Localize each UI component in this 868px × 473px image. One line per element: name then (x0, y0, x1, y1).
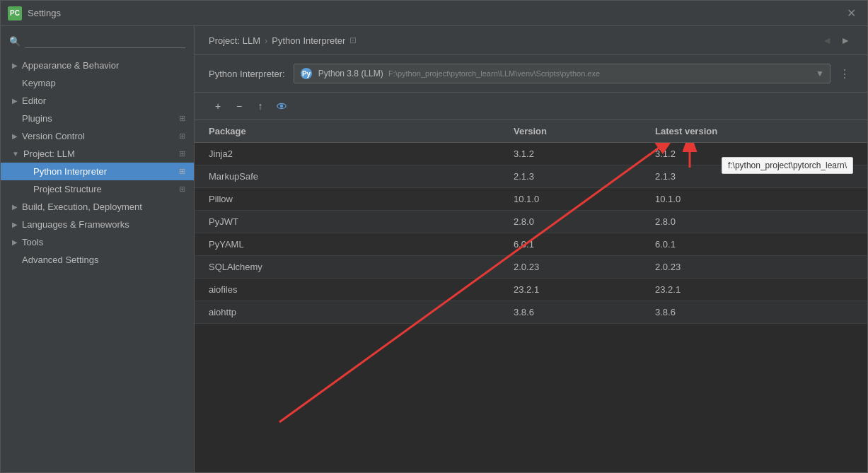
sidebar-item-plugins[interactable]: ▶ Plugins ⊞ (1, 110, 194, 127)
tooltip-overlay: f:\python_project\pytorch_learn\ (722, 157, 853, 174)
eye-icon (277, 100, 287, 112)
table-row[interactable]: PyJWT 2.8.0 2.8.0 (195, 211, 867, 233)
interpreter-more-button[interactable]: ⋮ (836, 66, 853, 82)
package-name: PyJWT (209, 216, 514, 227)
back-arrow[interactable]: ◄ (819, 33, 835, 47)
sidebar: 🔍 ▶ Appearance & Behavior ▶ Keymap ▶ Edi… (1, 26, 195, 472)
main-content: 🔍 ▶ Appearance & Behavior ▶ Keymap ▶ Edi… (1, 26, 867, 472)
sidebar-item-label: Appearance & Behavior (22, 60, 185, 71)
package-name: MarkupSafe (209, 171, 514, 182)
package-latest: 6.0.1 (655, 239, 853, 250)
package-version: 3.1.2 (514, 148, 655, 159)
settings-icon: ⊞ (179, 132, 185, 141)
package-version: 3.8.6 (514, 307, 655, 317)
package-latest: 2.0.23 (655, 262, 853, 272)
chevron-right-icon: ▶ (12, 238, 18, 246)
col-latest: Latest version (655, 126, 853, 136)
chevron-down-icon: ▼ (12, 150, 19, 158)
chevron-right-icon: ▶ (12, 221, 18, 228)
package-name: aiofiles (209, 284, 514, 295)
svg-text:Py: Py (302, 70, 311, 78)
up-button[interactable]: ↑ (251, 97, 270, 115)
package-version: 2.1.3 (514, 171, 655, 182)
breadcrumb-parent[interactable]: Project: LLM (209, 35, 260, 46)
sidebar-item-label: Project Structure (33, 184, 179, 194)
package-latest: 3.8.6 (655, 307, 853, 317)
breadcrumb-separator: › (265, 35, 267, 46)
package-name: SQLAlchemy (209, 262, 514, 272)
search-icon: 🔍 (9, 36, 21, 47)
sidebar-item-editor[interactable]: ▶ Editor (1, 92, 194, 110)
sidebar-item-appearance[interactable]: ▶ Appearance & Behavior (1, 57, 194, 74)
pin-icon: ⊡ (349, 35, 357, 45)
add-package-button[interactable]: + (209, 97, 227, 115)
package-name: PyYAML (209, 239, 514, 250)
sidebar-item-tools[interactable]: ▶ Tools (1, 233, 194, 251)
window-title: Settings (28, 8, 61, 18)
breadcrumb-current: Python Interpreter (272, 35, 345, 46)
col-package: Package (209, 126, 514, 136)
chevron-right-icon: ▶ (12, 132, 18, 140)
settings-icon: ⊞ (179, 149, 185, 158)
interpreter-name: Python 3.8 (LLM) F:\python_project\pytor… (318, 69, 810, 78)
settings-icon: ⊞ (179, 114, 185, 123)
toolbar: + − ↑ (195, 93, 867, 120)
sidebar-item-advanced[interactable]: ▶ Advanced Settings (1, 251, 194, 269)
svg-point-3 (280, 105, 283, 107)
package-latest: 10.1.0 (655, 194, 853, 204)
right-panel: Project: LLM › Python Interpreter ⊡ ◄ ► … (195, 26, 867, 472)
sidebar-item-version-control[interactable]: ▶ Version Control ⊞ (1, 127, 194, 145)
table-header: Package Version Latest version (195, 120, 867, 143)
settings-window: PC Settings ✕ 🔍 ▶ Appearance & Behavior … (0, 0, 868, 473)
interpreter-label: Python Interpreter: (209, 69, 285, 79)
sidebar-item-label: Keymap (22, 78, 185, 88)
chevron-right-icon: ▶ (12, 97, 18, 105)
table-row[interactable]: PyYAML 6.0.1 6.0.1 (195, 233, 867, 256)
package-version: 23.2.1 (514, 284, 655, 295)
sidebar-item-label: Plugins (22, 113, 179, 124)
python-icon: Py (300, 67, 313, 80)
package-version: 10.1.0 (514, 194, 655, 204)
table-row[interactable]: aiohttp 3.8.6 3.8.6 (195, 301, 867, 324)
close-button[interactable]: ✕ (843, 5, 860, 21)
table-row[interactable]: Pillow 10.1.0 10.1.0 (195, 188, 867, 211)
sidebar-item-project-llm[interactable]: ▼ Project: LLM ⊞ (1, 145, 194, 163)
nav-arrows: ◄ ► (819, 33, 853, 47)
package-version: 2.0.23 (514, 262, 655, 272)
col-version: Version (514, 126, 655, 136)
sidebar-item-languages[interactable]: ▶ Languages & Frameworks (1, 216, 194, 233)
remove-package-button[interactable]: − (230, 97, 248, 115)
forward-arrow[interactable]: ► (838, 33, 853, 47)
dropdown-arrow-icon: ▼ (816, 69, 824, 78)
package-version: 6.0.1 (514, 239, 655, 250)
sidebar-item-label: Project: LLM (23, 148, 179, 159)
sidebar-item-label: Advanced Settings (22, 255, 185, 265)
sidebar-item-label: Build, Execution, Deployment (22, 202, 185, 212)
table-row[interactable]: SQLAlchemy 2.0.23 2.0.23 (195, 256, 867, 279)
search-input[interactable] (25, 35, 185, 48)
sidebar-item-keymap[interactable]: ▶ Keymap (1, 74, 194, 92)
interpreter-row: Python Interpreter: Py Python 3.8 (LLM) … (195, 55, 867, 93)
package-latest: 2.8.0 (655, 216, 853, 227)
search-bar: 🔍 (1, 32, 194, 51)
package-name: Jinja2 (209, 148, 514, 159)
settings-icon: ⊞ (179, 167, 185, 176)
sidebar-item-label: Editor (22, 95, 185, 106)
package-version: 2.8.0 (514, 216, 655, 227)
package-name: aiohttp (209, 307, 514, 317)
settings-icon: ⊞ (179, 185, 185, 194)
sidebar-item-python-interpreter[interactable]: ▶ Python Interpreter ⊞ (1, 163, 194, 180)
sidebar-item-build[interactable]: ▶ Build, Execution, Deployment (1, 198, 194, 216)
interpreter-selector[interactable]: Py Python 3.8 (LLM) F:\python_project\py… (294, 64, 831, 83)
package-latest: 23.2.1 (655, 284, 853, 295)
sidebar-item-label: Version Control (22, 131, 179, 141)
show-paths-button[interactable] (272, 97, 291, 115)
table-row[interactable]: aiofiles 23.2.1 23.2.1 (195, 279, 867, 301)
chevron-right-icon: ▶ (12, 62, 18, 69)
breadcrumb: Project: LLM › Python Interpreter ⊡ (209, 35, 357, 46)
sidebar-item-label: Languages & Frameworks (22, 219, 185, 230)
title-bar: PC Settings ✕ (1, 1, 867, 26)
panel-header: Project: LLM › Python Interpreter ⊡ ◄ ► (195, 26, 867, 55)
sidebar-item-project-structure[interactable]: ▶ Project Structure ⊞ (1, 180, 194, 198)
sidebar-item-label: Tools (22, 237, 185, 247)
